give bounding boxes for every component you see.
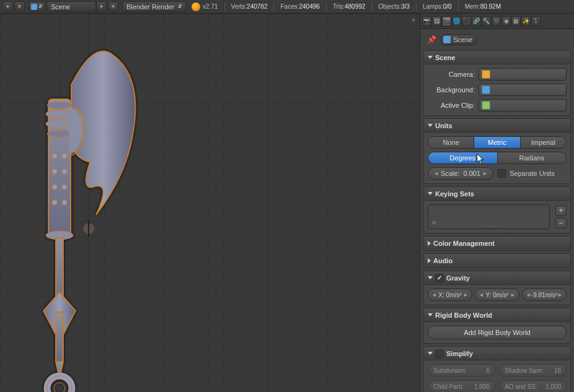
tab-material-icon[interactable]: ◉ xyxy=(501,16,511,27)
render-engine-dropdown[interactable]: Blender Render ⇵ xyxy=(122,1,187,12)
breadcrumb: 📌 Scene xyxy=(423,32,571,50)
panel-colormgmt-header[interactable]: Color Management xyxy=(424,237,570,250)
scene-breadcrumb-pill[interactable]: Scene xyxy=(440,34,478,45)
tab-render-icon[interactable]: 📷 xyxy=(422,16,431,27)
separate-units-checkbox[interactable] xyxy=(497,169,506,178)
panel-units-header[interactable]: Units xyxy=(424,119,570,133)
svg-point-18 xyxy=(54,383,65,392)
panel-gravity-header[interactable]: Gravity xyxy=(424,271,570,285)
scene-browse-button[interactable]: ⇵ xyxy=(29,1,45,12)
tab-renderlayers-icon[interactable]: 🖼 xyxy=(432,16,441,27)
panel-gravity-title: Gravity xyxy=(446,274,470,282)
unit-none-option[interactable]: None xyxy=(428,137,474,148)
svg-point-1 xyxy=(47,102,72,109)
disclosure-down-icon xyxy=(428,192,433,195)
panel-simplify: Simplify Subdivision:6 Shadow Sam:16 Chi… xyxy=(423,346,571,392)
simplify-enable-checkbox[interactable] xyxy=(435,349,444,358)
svg-point-11 xyxy=(52,200,57,205)
scene-icon xyxy=(31,4,37,10)
scene-add-button[interactable]: + xyxy=(96,1,107,12)
disclosure-right-icon xyxy=(428,241,431,246)
panel-rigid-body: Rigid Body World Add Rigid Body World xyxy=(423,308,571,344)
version-text: v2.71 xyxy=(203,3,218,10)
mouse-cursor-icon xyxy=(477,154,485,164)
list-resize-grip-icon[interactable] xyxy=(482,225,497,227)
unit-degrees-option[interactable]: Degrees xyxy=(428,152,497,163)
viewport-close-button[interactable]: × xyxy=(410,16,417,24)
keying-remove-button[interactable]: − xyxy=(555,218,567,229)
background-field[interactable] xyxy=(479,84,567,96)
svg-point-9 xyxy=(52,185,57,189)
gravity-z-field[interactable]: ◄ -9.81m/s² ► xyxy=(522,289,567,301)
disclosure-down-icon xyxy=(428,124,433,127)
3d-viewport[interactable]: × xyxy=(0,14,420,392)
scene-name-field[interactable]: Scene xyxy=(46,1,96,12)
tab-texture-icon[interactable]: ▦ xyxy=(511,16,521,27)
simplify-subdivision-field[interactable]: Subdivision:6 xyxy=(428,364,495,377)
tab-particles-icon[interactable]: ✨ xyxy=(521,16,531,27)
chevron-left-icon: ◄ xyxy=(431,292,437,298)
simplify-shadowsamples-field[interactable]: Shadow Sam:16 xyxy=(499,364,567,377)
active-keying-circle-icon: ○ xyxy=(432,219,436,226)
activeclip-label: Active Clip: xyxy=(428,102,475,109)
header-stats: v2.71 Verts:240782 Faces:240496 Tris:480… xyxy=(192,2,501,11)
background-label: Background: xyxy=(428,86,475,94)
simplify-aoss-field[interactable]: AO and SS:1.000 xyxy=(499,380,567,392)
chevron-left-icon: ◄ xyxy=(526,292,531,298)
activeclip-field[interactable] xyxy=(479,99,567,111)
chevron-right-icon: ► xyxy=(557,292,563,298)
camera-field[interactable] xyxy=(479,68,567,81)
panel-audio-header[interactable]: Audio xyxy=(424,254,570,268)
scene-delete-button[interactable]: × xyxy=(108,1,118,12)
tab-world-icon[interactable]: 🌐 xyxy=(452,16,461,27)
disclosure-down-icon xyxy=(428,56,433,59)
svg-rect-15 xyxy=(56,312,63,362)
disclosure-down-icon xyxy=(428,276,433,279)
tab-constraints-icon[interactable]: 🔗 xyxy=(472,16,481,27)
pin-icon[interactable]: 📌 xyxy=(427,35,436,44)
gravity-x-field[interactable]: ◄ X: 0m/s² ► xyxy=(428,289,472,301)
disclosure-right-icon xyxy=(428,258,431,263)
panel-keying-header[interactable]: Keying Sets xyxy=(424,187,570,201)
camera-icon xyxy=(482,70,490,79)
add-rigid-body-world-button[interactable]: Add Rigid Body World xyxy=(428,326,567,339)
keying-set-list[interactable]: ○ xyxy=(428,204,550,229)
unit-metric-option[interactable]: Metric xyxy=(474,137,519,148)
camera-label: Camera: xyxy=(428,71,475,78)
tab-physics-icon[interactable]: ⤵ xyxy=(531,16,541,27)
tab-scene-icon[interactable]: 🎬 xyxy=(442,16,451,27)
svg-point-10 xyxy=(62,185,67,189)
gravity-enable-checkbox[interactable] xyxy=(435,274,444,282)
tab-objectdata-icon[interactable]: ▽ xyxy=(492,16,501,27)
tab-object-icon[interactable]: ⬛ xyxy=(462,16,471,27)
panel-colormgmt-title: Color Management xyxy=(433,240,495,247)
panel-color-management: Color Management xyxy=(423,236,571,251)
keying-add-button[interactable]: + xyxy=(555,206,567,216)
scene-picker-icon xyxy=(482,85,490,94)
chevron-left-icon: ◄ xyxy=(433,170,439,176)
panel-audio: Audio xyxy=(423,253,571,268)
layout-close-button[interactable]: × xyxy=(14,1,25,12)
panel-units: Units None Metric Imperial Degrees xyxy=(423,118,571,184)
simplify-childparticles-field[interactable]: Child Parti:1.000 xyxy=(428,380,495,392)
panel-scene-header[interactable]: Scene xyxy=(424,51,570,64)
tab-modifiers-icon[interactable]: 🔧 xyxy=(482,16,491,27)
unit-imperial-option[interactable]: Imperial xyxy=(520,137,566,148)
app-header: + × ⇵ Scene + × Blender Render ⇵ v2.71 V… xyxy=(0,0,574,14)
svg-point-5 xyxy=(52,154,57,159)
panel-audio-title: Audio xyxy=(433,257,453,264)
panel-simplify-header[interactable]: Simplify xyxy=(424,347,570,360)
mesh-object-axe[interactable] xyxy=(31,32,149,392)
properties-panel: 📷 🖼 🎬 🌐 ⬛ 🔗 🔧 ▽ ◉ ▦ ✨ ⤵ 📌 Scene xyxy=(420,14,574,392)
properties-tab-bar: 📷 🖼 🎬 🌐 ⬛ 🔗 🔧 ▽ ◉ ▦ ✨ ⤵ xyxy=(420,14,574,29)
layout-add-button[interactable]: + xyxy=(2,1,13,12)
gravity-y-field[interactable]: ◄ Y: 0m/s² ► xyxy=(475,289,519,301)
svg-point-7 xyxy=(52,169,57,174)
unit-scale-field[interactable]: ◄ Scale: 0.001 ► xyxy=(428,167,493,180)
panel-rigid-header[interactable]: Rigid Body World xyxy=(424,308,570,322)
unit-radians-option[interactable]: Radians xyxy=(497,152,567,163)
svg-point-16 xyxy=(47,376,72,392)
updown-icon: ⇵ xyxy=(38,4,43,9)
panel-scene: Scene Camera: Background: Active Clip: xyxy=(423,50,571,116)
chevron-right-icon: ► xyxy=(482,170,488,176)
